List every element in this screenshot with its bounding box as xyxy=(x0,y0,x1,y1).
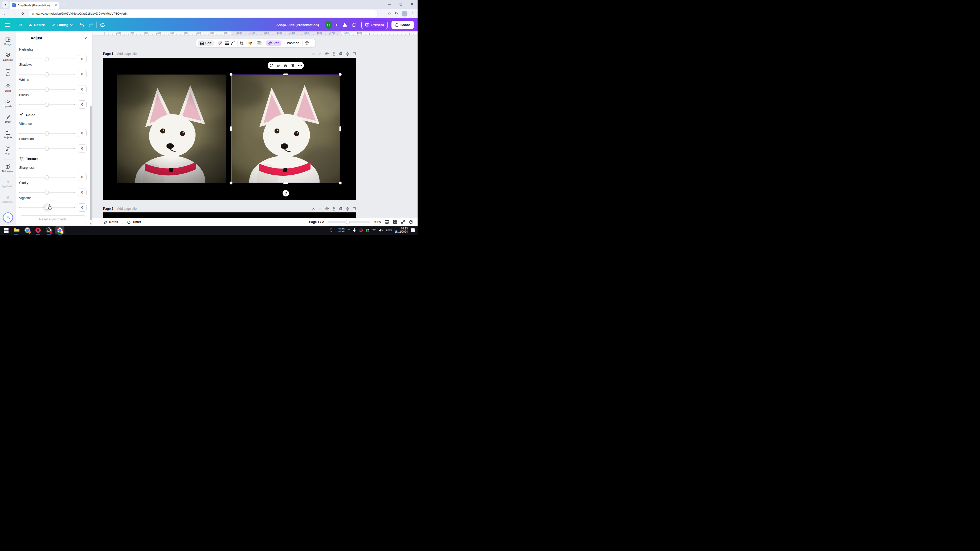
zoom-slider[interactable] xyxy=(328,221,371,222)
forward-icon[interactable]: → xyxy=(11,10,18,17)
comments-icon[interactable] xyxy=(352,23,356,27)
window-close-button[interactable]: ✕ xyxy=(406,0,418,8)
whites-slider[interactable] xyxy=(19,89,75,90)
site-settings-icon[interactable]: ⊜ xyxy=(32,12,34,16)
resize-handle-left[interactable] xyxy=(230,126,232,132)
vignette-value[interactable]: 0 xyxy=(78,203,86,211)
tab-search-caret-icon[interactable]: ▼ xyxy=(2,2,8,8)
flip-button[interactable]: Flip xyxy=(246,41,253,45)
sidebar-item-draw[interactable]: Draw xyxy=(0,111,16,127)
editing-mode-menu[interactable]: Editing xyxy=(51,23,73,27)
resize-handle-bottom-left[interactable] xyxy=(229,181,232,184)
chrome-active-icon[interactable] xyxy=(56,227,64,234)
move-page-up-icon[interactable] xyxy=(312,208,315,210)
panel-scrollbar[interactable]: ▼ xyxy=(90,46,92,222)
browser-tab[interactable]: ◔ AsapGuide (Presentation) - Pre ✕ xyxy=(10,2,59,9)
hide-page-icon[interactable] xyxy=(325,52,329,56)
share-button[interactable]: Share xyxy=(391,21,414,29)
crop-icon[interactable] xyxy=(240,41,243,45)
sidebar-item-apps[interactable]: Apps xyxy=(0,143,16,158)
dog-photo-right-selected[interactable] xyxy=(231,75,340,183)
clarity-slider-handle[interactable] xyxy=(45,190,49,194)
sidebar-item-brand[interactable]: co Brand xyxy=(0,80,16,96)
scrollbar-down-icon[interactable]: ▼ xyxy=(90,222,92,224)
redo-icon[interactable] xyxy=(88,23,93,27)
extensions-puzzle-icon[interactable] xyxy=(395,12,398,16)
delete-page-icon[interactable] xyxy=(346,207,349,211)
saturation-value[interactable]: 0 xyxy=(78,144,86,152)
delete-page-icon[interactable] xyxy=(346,52,349,56)
move-page-down-icon[interactable] xyxy=(318,53,321,55)
volume-icon[interactable] xyxy=(379,229,383,232)
notes-button[interactable]: Notes xyxy=(104,220,118,224)
page2-name[interactable]: Page 2 xyxy=(103,207,113,211)
page2-canvas[interactable] xyxy=(103,213,356,218)
window-maximize-button[interactable]: ▢ xyxy=(395,0,406,8)
refresh-icon[interactable]: ⟳ xyxy=(19,10,26,17)
magic-assistant-button[interactable] xyxy=(3,213,13,222)
sidebar-item-magic-morph[interactable]: M Magic Mor... xyxy=(0,192,16,207)
sidebar-item-bulk-create[interactable]: Bulk create xyxy=(0,160,16,176)
highlights-slider-handle[interactable] xyxy=(45,57,49,61)
transparency-icon[interactable] xyxy=(258,41,261,45)
hamburger-menu-icon[interactable] xyxy=(5,23,10,27)
page-indicator[interactable]: Page 1 / 2 xyxy=(309,220,324,224)
chrome-icon[interactable] xyxy=(24,227,31,234)
dog-photo-left[interactable] xyxy=(117,75,226,183)
grid-view-icon[interactable] xyxy=(393,220,397,224)
gpu-monitor-icon[interactable] xyxy=(366,229,369,232)
shadows-slider[interactable] xyxy=(19,74,75,75)
add-page-icon[interactable] xyxy=(353,52,356,56)
undo-icon[interactable] xyxy=(80,23,84,27)
start-button-icon[interactable] xyxy=(3,227,10,234)
browser-profile-avatar[interactable] xyxy=(402,11,407,16)
shadows-slider-handle[interactable] xyxy=(45,72,49,76)
add-page-icon[interactable] xyxy=(353,207,356,211)
help-icon[interactable] xyxy=(409,220,413,224)
file-menu[interactable]: File xyxy=(16,23,22,27)
vibrance-slider-handle[interactable] xyxy=(45,131,49,135)
invite-plus-button[interactable]: + xyxy=(335,22,338,28)
lock-element-icon[interactable] xyxy=(277,64,280,67)
url-input[interactable]: ⊜ canva.com/design/DAGVkiHetoQ/xg918aqyE… xyxy=(29,10,377,17)
vibrance-slider[interactable] xyxy=(19,133,75,133)
animate-roller-icon[interactable] xyxy=(305,41,309,45)
reset-adjustments-button[interactable]: Reset adjustments xyxy=(20,215,86,223)
notification-center-icon[interactable] xyxy=(410,229,415,232)
edit-image-button[interactable]: Edit xyxy=(198,40,213,46)
timer-button[interactable]: Timer xyxy=(127,220,141,224)
back-icon[interactable]: ← xyxy=(2,10,9,17)
present-button[interactable]: Present xyxy=(361,21,388,29)
opera-icon[interactable] xyxy=(35,227,41,234)
obs-icon[interactable] xyxy=(45,227,52,234)
duplicate-page-icon[interactable] xyxy=(339,207,342,211)
insights-chart-icon[interactable] xyxy=(343,23,347,27)
whites-slider-handle[interactable] xyxy=(45,87,49,91)
border-color-none-icon[interactable] xyxy=(218,41,223,46)
presenter-view-icon[interactable] xyxy=(385,220,389,224)
blacks-slider[interactable] xyxy=(19,104,75,105)
file-explorer-icon[interactable] xyxy=(13,227,20,234)
lock-page-icon[interactable] xyxy=(332,52,336,56)
window-minimize-button[interactable]: — xyxy=(384,0,395,8)
wifi-icon[interactable] xyxy=(372,229,376,232)
new-tab-button[interactable]: + xyxy=(61,2,67,8)
sharpness-slider[interactable] xyxy=(19,177,75,178)
user-avatar[interactable]: C xyxy=(325,21,332,29)
rotate-handle[interactable] xyxy=(283,190,289,197)
opera-tray-icon[interactable] xyxy=(359,229,363,232)
page1-title-placeholder[interactable]: Add page title xyxy=(117,52,137,56)
blacks-slider-handle[interactable] xyxy=(45,103,49,106)
panel-close-icon[interactable]: ✕ xyxy=(84,36,87,40)
move-page-up-icon[interactable] xyxy=(312,53,315,55)
resize-handle-top-left[interactable] xyxy=(229,73,232,76)
fullscreen-icon[interactable] xyxy=(401,220,405,224)
back-arrow-icon[interactable]: ← xyxy=(21,36,25,40)
canvas-viewport[interactable]: Edit Flip xyxy=(92,36,418,218)
page1-canvas[interactable] xyxy=(103,58,356,200)
sidebar-item-text[interactable]: Text xyxy=(0,65,16,80)
resize-handle-top[interactable] xyxy=(283,73,288,75)
lock-page-icon[interactable] xyxy=(332,207,336,211)
more-options-icon[interactable] xyxy=(298,65,302,66)
highlights-slider[interactable] xyxy=(19,59,75,59)
